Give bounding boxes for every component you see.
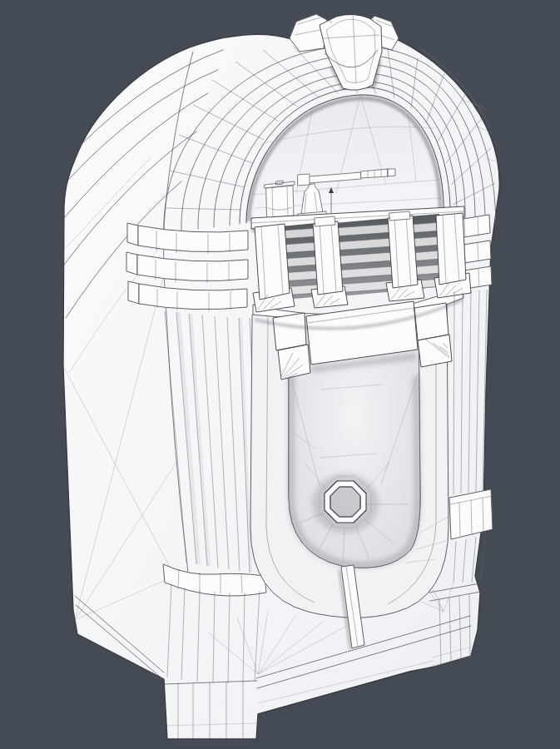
left-rib-bands bbox=[126, 223, 248, 311]
ring-port bbox=[312, 474, 379, 533]
jukebox-wireframe-render bbox=[0, 0, 560, 749]
render-viewport bbox=[0, 0, 560, 749]
